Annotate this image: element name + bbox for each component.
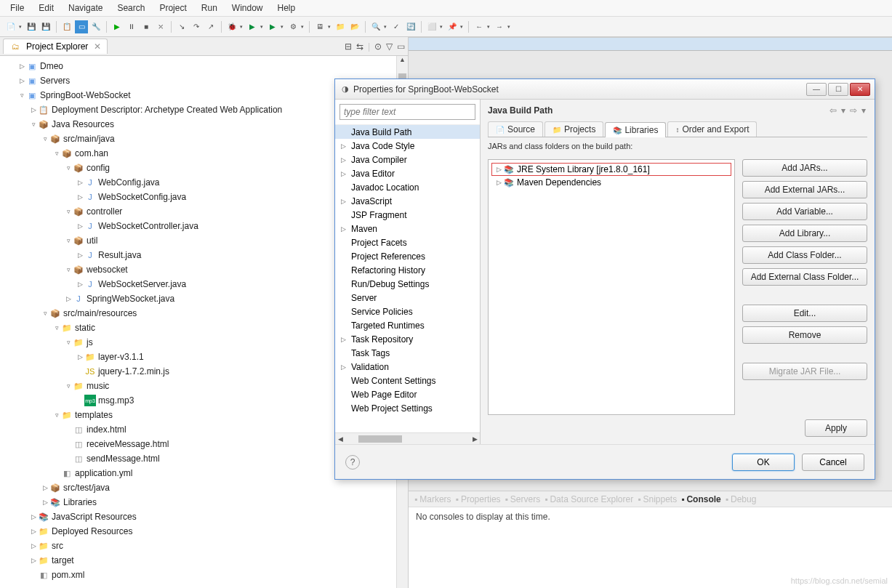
- category-item[interactable]: Refactoring History: [335, 263, 480, 277]
- lib-action-button[interactable]: Remove: [742, 326, 867, 344]
- category-item[interactable]: Service Policies: [335, 305, 480, 318]
- expand-icon[interactable]: ▿: [64, 164, 73, 172]
- category-item[interactable]: ▷Java Code Style: [335, 139, 480, 153]
- expand-icon[interactable]: ▷: [41, 499, 49, 506]
- back-arrow-icon[interactable]: ⇦: [828, 105, 838, 116]
- step-into-icon[interactable]: ↘: [175, 20, 188, 33]
- expand-icon[interactable]: ▷: [494, 179, 503, 186]
- buildpath-tabs[interactable]: 📄Source📁Projects📚Libraries↕Order and Exp…: [488, 121, 867, 137]
- expand-icon[interactable]: ▷: [339, 225, 347, 233]
- console-tab[interactable]: ▪Properties: [456, 494, 501, 504]
- console-tab[interactable]: ▪Markers: [414, 494, 451, 504]
- expand-icon[interactable]: ▷: [76, 193, 84, 201]
- minimize-icon[interactable]: ▭: [397, 41, 405, 52]
- expand-icon[interactable]: ▷: [76, 281, 84, 288]
- toggle-icon[interactable]: ▭: [75, 20, 88, 33]
- run-icon[interactable]: ▶: [246, 20, 259, 33]
- menu-window[interactable]: Window: [225, 1, 270, 15]
- close-tab-icon[interactable]: ✕: [94, 41, 101, 52]
- expand-icon[interactable]: ▷: [29, 528, 38, 535]
- pause-icon[interactable]: ⏸: [125, 20, 138, 33]
- menu-project[interactable]: Project: [152, 1, 193, 15]
- buildpath-tab[interactable]: 📚Libraries: [605, 122, 666, 137]
- menu-help[interactable]: Help: [270, 1, 303, 15]
- view-menu-icon[interactable]: ▽: [386, 41, 393, 52]
- category-item[interactable]: ▷Java Editor: [335, 166, 480, 180]
- expand-icon[interactable]: ▿: [41, 135, 49, 142]
- category-item[interactable]: ▷Maven: [335, 222, 480, 235]
- category-item[interactable]: Java Build Path: [335, 125, 480, 139]
- expand-icon[interactable]: ▷: [29, 542, 38, 549]
- expand-icon[interactable]: ▿: [17, 92, 26, 99]
- category-item[interactable]: Project References: [335, 249, 480, 263]
- wizard-icon[interactable]: 📋: [60, 20, 73, 33]
- expand-icon[interactable]: ▷: [76, 222, 84, 230]
- category-scrollbar[interactable]: ◀▶: [335, 432, 480, 444]
- menu-edit[interactable]: Edit: [31, 1, 61, 15]
- lib-action-button[interactable]: Edit...: [742, 305, 867, 322]
- run-last-icon[interactable]: ▶: [266, 20, 279, 33]
- ok-button[interactable]: OK: [732, 454, 795, 471]
- tree-node[interactable]: ◧pom.xml: [0, 568, 408, 582]
- close-button[interactable]: ✕: [850, 83, 870, 96]
- tree-node[interactable]: ▷📁Deployed Resources: [0, 524, 408, 539]
- category-item[interactable]: Web Project Settings: [335, 401, 480, 415]
- console-tab[interactable]: ▪Debug: [726, 494, 757, 504]
- expand-icon[interactable]: ▿: [52, 324, 61, 331]
- buildpath-tab[interactable]: 📄Source: [488, 121, 543, 137]
- disconnect-icon[interactable]: ⤫: [154, 20, 167, 33]
- focus-icon[interactable]: ⊙: [374, 41, 382, 52]
- category-item[interactable]: Run/Debug Settings: [335, 277, 480, 291]
- bottom-tabs[interactable]: ▪Markers▪Properties▪Servers▪Data Source …: [409, 491, 892, 507]
- expand-icon[interactable]: ▷: [17, 77, 26, 84]
- expand-icon[interactable]: ▷: [64, 295, 73, 302]
- expand-icon[interactable]: ▿: [52, 150, 61, 157]
- fwd-icon[interactable]: →: [493, 20, 506, 33]
- minimize-button[interactable]: —: [806, 83, 827, 96]
- expand-icon[interactable]: ▷: [339, 198, 347, 205]
- expand-icon[interactable]: ▿: [64, 266, 73, 273]
- library-item[interactable]: ▷📚JRE System Library [jre1.8.0_161]: [491, 163, 731, 176]
- folder-icon[interactable]: 📁: [334, 20, 347, 33]
- menu-search[interactable]: Search: [110, 1, 152, 15]
- expand-icon[interactable]: ▷: [41, 484, 49, 491]
- lib-action-button[interactable]: Add Library...: [742, 225, 867, 242]
- console-tab[interactable]: ▪Data Source Explorer: [545, 494, 633, 504]
- help-icon[interactable]: ?: [345, 455, 360, 470]
- maximize-button[interactable]: ☐: [828, 83, 848, 96]
- tree-node[interactable]: ▷📁src: [0, 539, 408, 553]
- external-tools-icon[interactable]: ⚙: [286, 20, 300, 33]
- category-item[interactable]: Web Page Editor: [335, 387, 480, 401]
- tree-node[interactable]: ▷📚Libraries: [0, 495, 408, 510]
- filter-input[interactable]: [339, 104, 475, 120]
- save-all-icon[interactable]: 💾: [39, 20, 52, 33]
- tree-node[interactable]: ▷📦src/test/java: [0, 480, 408, 495]
- back-icon[interactable]: ←: [473, 20, 486, 33]
- menu-run[interactable]: Run: [194, 1, 225, 15]
- dialog-titlebar[interactable]: ◑ Properties for SpringBoot-WebSocket — …: [335, 79, 875, 100]
- buildpath-tab[interactable]: 📁Projects: [545, 121, 603, 137]
- category-item[interactable]: Server: [335, 291, 480, 305]
- resume-icon[interactable]: ▶: [111, 20, 124, 33]
- expand-icon[interactable]: ▷: [339, 336, 347, 343]
- step-over-icon[interactable]: ↷: [190, 20, 203, 33]
- console-tab[interactable]: ▪Snippets: [638, 494, 677, 504]
- category-item[interactable]: JSP Fragment: [335, 208, 480, 222]
- new-server-icon[interactable]: 🖥: [313, 20, 326, 33]
- save-icon[interactable]: 💾: [25, 20, 38, 33]
- category-item[interactable]: Project Facets: [335, 235, 480, 249]
- lib-action-button[interactable]: Add External Class Folder...: [742, 268, 867, 286]
- expand-icon[interactable]: ▷: [339, 156, 347, 164]
- debug-icon[interactable]: 🐞: [225, 20, 238, 33]
- category-item[interactable]: Targeted Runtimes: [335, 318, 480, 332]
- task-icon[interactable]: ✓: [390, 20, 403, 33]
- expand-icon[interactable]: ▷: [76, 353, 84, 361]
- cancel-button[interactable]: Cancel: [802, 454, 864, 471]
- expand-icon[interactable]: ▿: [64, 382, 73, 390]
- category-item[interactable]: Web Content Settings: [335, 374, 480, 387]
- expand-icon[interactable]: ▿: [64, 237, 73, 244]
- build-icon[interactable]: 🔧: [89, 20, 103, 33]
- step-return-icon[interactable]: ↗: [204, 20, 217, 33]
- lib-action-button[interactable]: Add JARs...: [742, 159, 867, 177]
- nav-history[interactable]: ⇦▾ ⇨▾: [828, 105, 867, 116]
